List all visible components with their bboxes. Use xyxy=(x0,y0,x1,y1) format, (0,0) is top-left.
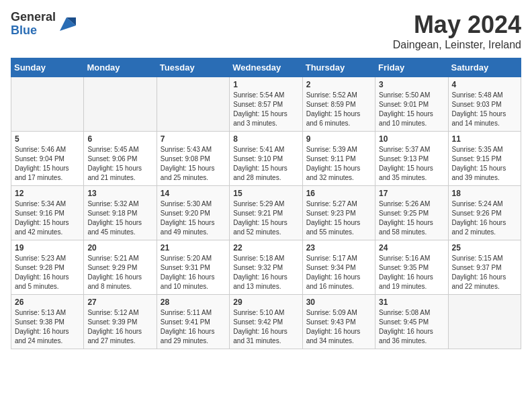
day-info: Sunrise: 5:12 AM Sunset: 9:39 PM Dayligh… xyxy=(87,308,152,346)
day-info: Sunrise: 5:41 AM Sunset: 9:10 PM Dayligh… xyxy=(233,145,298,183)
day-number: 27 xyxy=(87,298,152,307)
day-info: Sunrise: 5:21 AM Sunset: 9:29 PM Dayligh… xyxy=(87,254,152,291)
calendar-cell: 13Sunrise: 5:32 AM Sunset: 9:18 PM Dayli… xyxy=(84,186,157,240)
day-number: 17 xyxy=(379,189,444,198)
calendar-cell: 14Sunrise: 5:30 AM Sunset: 9:20 PM Dayli… xyxy=(157,186,229,240)
calendar-cell: 5Sunrise: 5:46 AM Sunset: 9:04 PM Daylig… xyxy=(11,132,84,186)
day-info: Sunrise: 5:50 AM Sunset: 9:01 PM Dayligh… xyxy=(379,91,444,128)
day-number: 21 xyxy=(161,243,226,253)
weekday-header-thursday: Thursday xyxy=(302,58,375,77)
calendar-cell: 8Sunrise: 5:41 AM Sunset: 9:10 PM Daylig… xyxy=(230,132,302,186)
calendar-cell: 26Sunrise: 5:13 AM Sunset: 9:38 PM Dayli… xyxy=(11,295,84,349)
day-info: Sunrise: 5:16 AM Sunset: 9:35 PM Dayligh… xyxy=(379,254,444,291)
month-year: May 2024 xyxy=(393,11,521,39)
day-info: Sunrise: 5:34 AM Sunset: 9:16 PM Dayligh… xyxy=(15,199,80,237)
day-info: Sunrise: 5:08 AM Sunset: 9:45 PM Dayligh… xyxy=(379,308,444,346)
logo-general: General xyxy=(11,11,56,24)
day-info: Sunrise: 5:18 AM Sunset: 9:32 PM Dayligh… xyxy=(233,254,298,291)
day-number: 7 xyxy=(161,134,226,144)
calendar-cell xyxy=(11,77,84,132)
day-number: 20 xyxy=(87,243,152,253)
day-number: 22 xyxy=(233,243,298,253)
day-number: 16 xyxy=(306,189,371,198)
day-number: 31 xyxy=(379,298,444,307)
calendar-cell: 17Sunrise: 5:26 AM Sunset: 9:25 PM Dayli… xyxy=(375,186,448,240)
day-number: 24 xyxy=(379,243,444,253)
calendar-cell: 23Sunrise: 5:17 AM Sunset: 9:34 PM Dayli… xyxy=(302,240,375,295)
calendar-cell: 27Sunrise: 5:12 AM Sunset: 9:39 PM Dayli… xyxy=(84,295,157,349)
location: Daingean, Leinster, Ireland xyxy=(393,39,521,51)
day-info: Sunrise: 5:39 AM Sunset: 9:11 PM Dayligh… xyxy=(306,145,371,183)
day-number: 23 xyxy=(306,243,371,253)
calendar-table: SundayMondayTuesdayWednesdayThursdayFrid… xyxy=(11,58,521,349)
day-info: Sunrise: 5:24 AM Sunset: 9:26 PM Dayligh… xyxy=(452,199,517,237)
day-info: Sunrise: 5:13 AM Sunset: 9:38 PM Dayligh… xyxy=(15,308,80,346)
calendar-cell: 22Sunrise: 5:18 AM Sunset: 9:32 PM Dayli… xyxy=(230,240,302,295)
day-number: 3 xyxy=(379,80,444,89)
logo-text: General Blue xyxy=(11,11,56,38)
calendar-cell xyxy=(448,295,521,349)
calendar-week-row: 1Sunrise: 5:54 AM Sunset: 8:57 PM Daylig… xyxy=(11,77,521,132)
day-info: Sunrise: 5:45 AM Sunset: 9:06 PM Dayligh… xyxy=(87,145,152,183)
calendar-cell: 18Sunrise: 5:24 AM Sunset: 9:26 PM Dayli… xyxy=(448,186,521,240)
calendar-cell: 19Sunrise: 5:23 AM Sunset: 9:28 PM Dayli… xyxy=(11,240,84,295)
day-number: 12 xyxy=(15,189,80,198)
day-info: Sunrise: 5:11 AM Sunset: 9:41 PM Dayligh… xyxy=(161,308,226,346)
calendar-cell: 28Sunrise: 5:11 AM Sunset: 9:41 PM Dayli… xyxy=(157,295,229,349)
day-number: 15 xyxy=(233,189,298,198)
day-number: 2 xyxy=(306,80,371,89)
day-info: Sunrise: 5:35 AM Sunset: 9:15 PM Dayligh… xyxy=(452,145,517,183)
weekday-header-monday: Monday xyxy=(84,58,157,77)
calendar-week-row: 12Sunrise: 5:34 AM Sunset: 9:16 PM Dayli… xyxy=(11,186,521,240)
calendar-week-row: 26Sunrise: 5:13 AM Sunset: 9:38 PM Dayli… xyxy=(11,295,521,349)
day-number: 14 xyxy=(161,189,226,198)
day-info: Sunrise: 5:52 AM Sunset: 8:59 PM Dayligh… xyxy=(306,91,371,128)
day-info: Sunrise: 5:29 AM Sunset: 9:21 PM Dayligh… xyxy=(233,199,298,237)
calendar-cell: 11Sunrise: 5:35 AM Sunset: 9:15 PM Dayli… xyxy=(448,132,521,186)
day-number: 30 xyxy=(306,298,371,307)
day-info: Sunrise: 5:32 AM Sunset: 9:18 PM Dayligh… xyxy=(87,199,152,237)
calendar-cell: 31Sunrise: 5:08 AM Sunset: 9:45 PM Dayli… xyxy=(375,295,448,349)
weekday-header-saturday: Saturday xyxy=(448,58,521,77)
day-number: 18 xyxy=(452,189,517,198)
day-info: Sunrise: 5:26 AM Sunset: 9:25 PM Dayligh… xyxy=(379,199,444,237)
calendar-cell: 25Sunrise: 5:15 AM Sunset: 9:37 PM Dayli… xyxy=(448,240,521,295)
day-number: 13 xyxy=(87,189,152,198)
calendar-cell: 1Sunrise: 5:54 AM Sunset: 8:57 PM Daylig… xyxy=(230,77,302,132)
day-info: Sunrise: 5:17 AM Sunset: 9:34 PM Dayligh… xyxy=(306,254,371,291)
day-info: Sunrise: 5:46 AM Sunset: 9:04 PM Dayligh… xyxy=(15,145,80,183)
calendar-cell: 6Sunrise: 5:45 AM Sunset: 9:06 PM Daylig… xyxy=(84,132,157,186)
calendar-cell: 4Sunrise: 5:48 AM Sunset: 9:03 PM Daylig… xyxy=(448,77,521,132)
header: General Blue May 2024 Daingean, Leinster… xyxy=(11,11,521,51)
day-info: Sunrise: 5:09 AM Sunset: 9:43 PM Dayligh… xyxy=(306,308,371,346)
calendar-cell: 24Sunrise: 5:16 AM Sunset: 9:35 PM Dayli… xyxy=(375,240,448,295)
weekday-header-friday: Friday xyxy=(375,58,448,77)
calendar-cell: 10Sunrise: 5:37 AM Sunset: 9:13 PM Dayli… xyxy=(375,132,448,186)
weekday-header-sunday: Sunday xyxy=(11,58,84,77)
day-number: 10 xyxy=(379,134,444,144)
day-info: Sunrise: 5:10 AM Sunset: 9:42 PM Dayligh… xyxy=(233,308,298,346)
calendar-cell: 20Sunrise: 5:21 AM Sunset: 9:29 PM Dayli… xyxy=(84,240,157,295)
day-info: Sunrise: 5:37 AM Sunset: 9:13 PM Dayligh… xyxy=(379,145,444,183)
logo-blue: Blue xyxy=(11,24,56,38)
day-info: Sunrise: 5:43 AM Sunset: 9:08 PM Dayligh… xyxy=(161,145,226,183)
day-info: Sunrise: 5:48 AM Sunset: 9:03 PM Dayligh… xyxy=(452,91,517,128)
day-info: Sunrise: 5:15 AM Sunset: 9:37 PM Dayligh… xyxy=(452,254,517,291)
day-info: Sunrise: 5:54 AM Sunset: 8:57 PM Dayligh… xyxy=(233,91,298,128)
calendar-cell xyxy=(157,77,229,132)
day-number: 26 xyxy=(15,298,80,307)
day-number: 4 xyxy=(452,80,517,89)
calendar-cell xyxy=(84,77,157,132)
logo: General Blue xyxy=(11,11,76,38)
day-info: Sunrise: 5:27 AM Sunset: 9:23 PM Dayligh… xyxy=(306,199,371,237)
title-section: May 2024 Daingean, Leinster, Ireland xyxy=(393,11,521,51)
day-info: Sunrise: 5:23 AM Sunset: 9:28 PM Dayligh… xyxy=(15,254,80,291)
calendar-cell: 7Sunrise: 5:43 AM Sunset: 9:08 PM Daylig… xyxy=(157,132,229,186)
logo-icon xyxy=(57,15,76,34)
calendar-cell: 2Sunrise: 5:52 AM Sunset: 8:59 PM Daylig… xyxy=(302,77,375,132)
calendar-cell: 9Sunrise: 5:39 AM Sunset: 9:11 PM Daylig… xyxy=(302,132,375,186)
calendar-cell: 15Sunrise: 5:29 AM Sunset: 9:21 PM Dayli… xyxy=(230,186,302,240)
calendar-cell: 3Sunrise: 5:50 AM Sunset: 9:01 PM Daylig… xyxy=(375,77,448,132)
day-number: 8 xyxy=(233,134,298,144)
day-info: Sunrise: 5:30 AM Sunset: 9:20 PM Dayligh… xyxy=(161,199,226,237)
